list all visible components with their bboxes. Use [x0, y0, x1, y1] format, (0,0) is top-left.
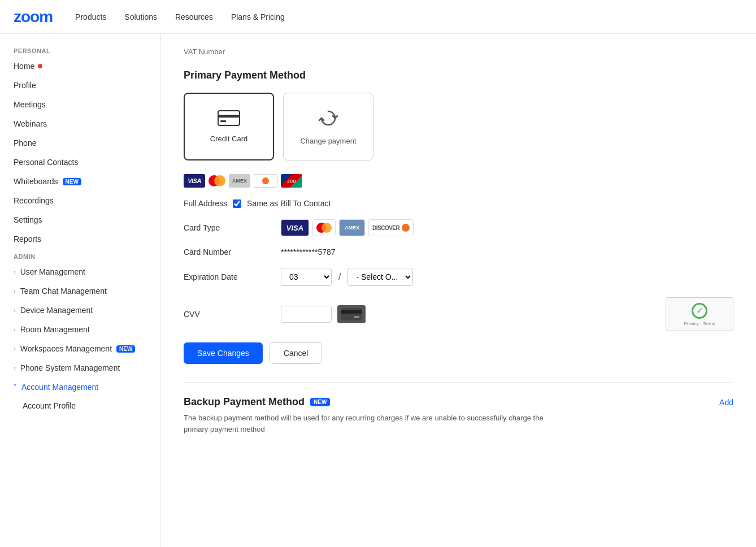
ct-mc-logo: [312, 219, 336, 236]
nav-resources[interactable]: Resources: [175, 10, 213, 24]
sidebar-item-label: Phone System Management: [20, 363, 120, 372]
svg-rect-4: [341, 310, 362, 314]
payment-method-cards: Credit Card Change payment: [184, 93, 733, 160]
sidebar-item-label: User Management: [20, 267, 85, 276]
ct-amex-logo: AMEX: [339, 219, 365, 236]
same-as-bill-label[interactable]: Same as Bill To Contact: [247, 199, 331, 208]
nav-solutions[interactable]: Solutions: [124, 10, 157, 24]
vat-number-label: VAT Number: [184, 47, 733, 56]
card-type-label: Card Type: [184, 223, 274, 232]
save-changes-button[interactable]: Save Changes: [184, 342, 263, 364]
sidebar-item-webinars[interactable]: Webinars: [0, 114, 160, 133]
amex-logo: AMEX: [229, 174, 250, 188]
card-logos-row: VISA AMEX JCB: [184, 174, 733, 188]
expiration-month-select[interactable]: 01 02 03 04 05 06 07 08 09 10 11 12: [281, 268, 332, 286]
logo[interactable]: zoom: [14, 8, 53, 26]
cancel-button[interactable]: Cancel: [270, 342, 323, 364]
sidebar-item-home[interactable]: Home: [0, 57, 160, 76]
sidebar-item-phone[interactable]: Phone: [0, 133, 160, 153]
sidebar-item-label: Recordings: [14, 196, 54, 205]
sidebar-item-label: Phone: [14, 138, 36, 147]
nav-products[interactable]: Products: [75, 10, 106, 24]
sidebar-item-label: Settings: [14, 215, 42, 224]
cvv-label: CVV: [184, 310, 274, 319]
sidebar-item-reports[interactable]: Reports: [0, 229, 160, 249]
svg-rect-0: [218, 111, 240, 125]
visa-logo: VISA: [184, 174, 205, 188]
full-address-label: Full Address: [184, 199, 227, 208]
recaptcha-checkmark: ✓: [692, 303, 707, 319]
sidebar-item-label: Team Chat Management: [20, 286, 107, 296]
recaptcha-privacy: Privacy - Terms: [684, 321, 715, 326]
expiration-label: Expiration Date: [184, 272, 274, 281]
sidebar-item-label: Personal Contacts: [14, 158, 78, 167]
backup-title-group: Backup Payment Method NEW: [184, 396, 330, 408]
change-payment-option[interactable]: Change payment: [283, 93, 373, 160]
svg-rect-5: [354, 316, 359, 318]
backup-payment-section: Backup Payment Method NEW Add The backup…: [184, 382, 733, 435]
backup-description: The backup payment method will be used f…: [184, 413, 545, 435]
chevron-down-icon: ˅: [14, 384, 17, 391]
sidebar-item-team-chat[interactable]: › Team Chat Management: [0, 281, 160, 301]
expiration-row: Expiration Date 01 02 03 04 05 06 07 08 …: [184, 268, 733, 286]
personal-section-label: PERSONAL: [0, 43, 160, 57]
sidebar-item-label: Meetings: [14, 100, 46, 109]
chevron-right-icon: ›: [14, 288, 16, 294]
backup-title: Backup Payment Method: [184, 396, 305, 408]
card-type-row: Card Type VISA AMEX DISCOVER: [184, 219, 733, 236]
sidebar-item-settings[interactable]: Settings: [0, 210, 160, 229]
chevron-right-icon: ›: [14, 364, 16, 371]
sidebar: PERSONAL Home Profile Meetings Webinars …: [0, 34, 161, 547]
sidebar-item-phone-system[interactable]: › Phone System Management: [0, 358, 160, 377]
layout: PERSONAL Home Profile Meetings Webinars …: [0, 34, 756, 547]
cvv-input-group: [281, 305, 366, 323]
chevron-right-icon: ›: [14, 307, 16, 314]
cvv-input[interactable]: [281, 306, 332, 323]
sidebar-item-label: Webinars: [14, 119, 47, 128]
backup-new-badge: NEW: [310, 398, 330, 406]
chevron-right-icon: ›: [14, 345, 16, 352]
nav-links: Products Solutions Resources Plans & Pri…: [75, 10, 285, 24]
sidebar-item-whiteboards[interactable]: Whiteboards NEW: [0, 172, 160, 191]
credit-card-icon: [218, 110, 240, 130]
cvv-card-icon: [337, 305, 366, 323]
sidebar-item-label: Account Management: [21, 383, 98, 392]
sidebar-item-profile[interactable]: Profile: [0, 76, 160, 95]
sidebar-item-recordings[interactable]: Recordings: [0, 191, 160, 210]
chevron-right-icon: ›: [14, 268, 16, 275]
sidebar-sub-account-profile[interactable]: Account Profile: [0, 397, 160, 415]
svg-rect-2: [220, 120, 226, 122]
sidebar-sub-label: Account Profile: [23, 401, 76, 410]
backup-add-button[interactable]: Add: [719, 398, 733, 407]
sidebar-item-workspaces[interactable]: › Workspaces Management NEW: [0, 339, 160, 358]
change-payment-label: Change payment: [300, 137, 356, 145]
change-payment-icon: [318, 108, 338, 132]
sidebar-item-label: Workspaces Management: [20, 344, 112, 353]
nav-plans[interactable]: Plans & Pricing: [231, 10, 285, 24]
sidebar-item-personal-contacts[interactable]: Personal Contacts: [0, 153, 160, 172]
cvv-row: CVV ✓ Privacy - Terms: [184, 297, 733, 331]
same-as-bill-checkbox[interactable]: [233, 199, 241, 208]
sidebar-item-label: Profile: [14, 81, 36, 90]
top-nav: zoom Products Solutions Resources Plans …: [0, 0, 756, 34]
workspaces-badge: NEW: [116, 345, 135, 353]
ct-visa-logo: VISA: [281, 219, 309, 236]
credit-card-option[interactable]: Credit Card: [184, 93, 274, 160]
expiration-year-select[interactable]: - Select O... 2024 2025 2026 2027 2028: [347, 268, 413, 286]
discover-logo: [254, 174, 277, 188]
sidebar-item-device-management[interactable]: › Device Management: [0, 301, 160, 320]
card-number-row: Card Number ************5787: [184, 248, 733, 257]
sidebar-item-room-management[interactable]: › Room Management: [0, 320, 160, 339]
card-number-label: Card Number: [184, 248, 274, 257]
action-buttons: Save Changes Cancel: [184, 342, 733, 364]
ct-discover-logo: DISCOVER: [368, 219, 414, 236]
sidebar-item-user-management[interactable]: › User Management: [0, 262, 160, 281]
card-number-value: ************5787: [281, 248, 336, 257]
backup-header: Backup Payment Method NEW Add: [184, 396, 733, 408]
jcb-logo: JCB: [281, 174, 302, 188]
sidebar-item-account-management[interactable]: ˅ Account Management: [0, 377, 160, 397]
svg-rect-1: [218, 115, 240, 118]
sidebar-item-label: Room Management: [20, 325, 90, 334]
recaptcha-widget[interactable]: ✓ Privacy - Terms: [666, 297, 733, 331]
sidebar-item-meetings[interactable]: Meetings: [0, 95, 160, 114]
